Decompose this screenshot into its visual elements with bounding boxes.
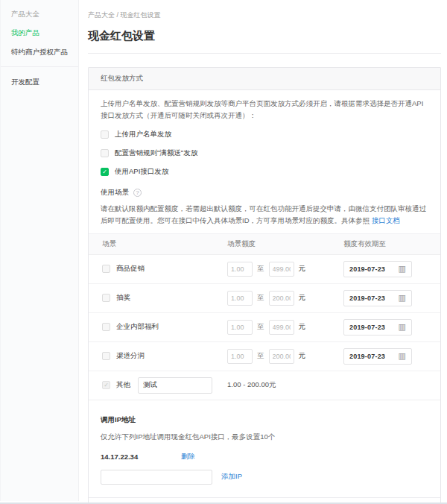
scene-label: 使用场景 — [101, 188, 129, 198]
checkbox-label: 配置营销规则"满额送"发放 — [115, 148, 197, 158]
date-value: 2019-07-23 — [349, 265, 385, 273]
to-label: 至 — [257, 351, 264, 361]
method-upload-list[interactable]: 上传用户名单发放 — [101, 130, 428, 139]
checkbox-api[interactable]: ✓ — [101, 168, 109, 176]
checkbox-marketing-rule[interactable] — [101, 149, 109, 157]
calendar-icon[interactable]: ▥ — [399, 294, 406, 302]
cash-redpacket-settings-page: 产品大全 我的产品 特约商户授权产品 开发配置 产品大全 / 现金红包设置 现金… — [0, 0, 447, 504]
checkbox-scene-welfare[interactable] — [102, 323, 110, 331]
unit-label: 元 — [299, 322, 306, 332]
date-picker[interactable]: 2019-07-23 ▥ — [343, 319, 412, 336]
date-value: 2019-07-23 — [349, 353, 385, 360]
breadcrumb[interactable]: 产品大全 / 现金红包设置 — [88, 10, 441, 20]
checkbox-scene-channel[interactable] — [102, 352, 110, 360]
table-row: 商品促销 至 元 2019-07-23 ▥ — [89, 255, 440, 283]
ip-entry-row: 14.17.22.34 删除 — [101, 452, 428, 462]
unit-label: 元 — [299, 293, 306, 303]
checkbox-scene-promo[interactable] — [102, 265, 110, 273]
method-marketing-rule[interactable]: 配置营销规则"满额送"发放 — [101, 148, 428, 158]
ip-section-description: 仅允许下列IP地址调用现金红包API接口，最多设置10个 — [101, 432, 428, 442]
scene-section-header: 使用场景 ? — [101, 188, 428, 198]
info-icon[interactable]: ? — [133, 189, 142, 197]
add-ip-link[interactable]: 添加IP — [221, 472, 242, 482]
scene-name: 抽奖 — [116, 293, 130, 303]
scene-name: 渠道分润 — [116, 351, 145, 361]
sidebar-item-authorized-products[interactable]: 特约商户授权产品 — [1, 42, 78, 61]
min-amount-input[interactable] — [227, 349, 253, 364]
unit-label: 元 — [299, 264, 306, 274]
table-row-other: ✓ 其他 1.00 - 200.00元 — [89, 371, 440, 400]
ip-address-value: 14.17.22.34 — [101, 453, 181, 461]
scene-name: 其他 — [116, 380, 130, 390]
min-amount-input[interactable] — [227, 291, 253, 306]
method-intro-text: 上传用户名单发放、配置营销规则发放等商户平台页面发放方式必须开启，请根据需求选择… — [101, 98, 428, 121]
api-doc-link[interactable]: 接口文档 — [372, 216, 400, 224]
redpacket-method-panel: 红包发放方式 上传用户名单发放、配置营销规则发放等商户平台页面发放方式必须开启，… — [88, 67, 441, 504]
scene-name: 企业内部福利 — [116, 322, 159, 332]
sidebar-item-dev-config[interactable]: 开发配置 — [1, 72, 78, 91]
max-amount-input[interactable] — [269, 320, 294, 335]
checkbox-label: 上传用户名单发放 — [115, 130, 171, 139]
calendar-icon[interactable]: ▥ — [399, 352, 406, 360]
to-label: 至 — [257, 322, 264, 332]
max-amount-input[interactable] — [269, 262, 294, 277]
panel-header: 红包发放方式 — [89, 68, 440, 90]
title-divider — [88, 53, 441, 54]
other-range-text: 1.00 - 200.00元 — [227, 380, 276, 390]
panel-body: 上传用户名单发放、配置营销规则发放等商户平台页面发放方式必须开启，请根据需求选择… — [89, 90, 440, 504]
delete-ip-link[interactable]: 删除 — [181, 452, 195, 462]
method-api[interactable]: ✓ 使用API接口发放 — [101, 167, 428, 177]
ip-section-title: 调用IP地址 — [101, 415, 428, 425]
to-label: 至 — [257, 264, 264, 274]
page-title: 现金红包设置 — [88, 29, 441, 43]
date-picker[interactable]: 2019-07-23 ▥ — [343, 348, 412, 365]
footer-divider — [89, 497, 440, 498]
sidebar: 产品大全 我的产品 特约商户授权产品 开发配置 — [0, 0, 79, 501]
sidebar-item-product-catalog[interactable]: 产品大全 — [1, 4, 78, 23]
scene-table: 场景 场景额度 额度有效期至 商品促销 至 元 — [89, 233, 440, 400]
calendar-icon[interactable]: ▥ — [399, 265, 406, 273]
scene-table-header: 场景 场景额度 额度有效期至 — [89, 233, 440, 255]
calendar-icon[interactable]: ▥ — [399, 323, 406, 331]
header-scene: 场景 — [89, 239, 227, 249]
checkbox-upload-list[interactable] — [101, 130, 109, 139]
scene-name: 商品促销 — [116, 264, 145, 274]
to-label: 至 — [257, 293, 264, 303]
date-value: 2019-07-23 — [349, 324, 385, 331]
table-row: 企业内部福利 至 元 2019-07-23 ▥ — [89, 312, 440, 341]
min-amount-input[interactable] — [227, 320, 253, 335]
table-row: 抽奖 至 元 2019-07-23 ▥ — [89, 283, 440, 312]
checkbox-scene-lottery[interactable] — [102, 294, 110, 302]
sidebar-divider — [1, 66, 78, 67]
checkbox-scene-other[interactable]: ✓ — [102, 381, 110, 389]
other-scene-input[interactable] — [138, 377, 212, 394]
max-amount-input[interactable] — [269, 291, 294, 306]
max-amount-input[interactable] — [269, 349, 294, 364]
date-picker[interactable]: 2019-07-23 ▥ — [343, 290, 412, 306]
header-quota: 场景额度 — [227, 239, 343, 249]
sidebar-item-my-products[interactable]: 我的产品 — [1, 23, 78, 42]
date-value: 2019-07-23 — [349, 294, 385, 302]
min-amount-input[interactable] — [227, 262, 253, 277]
checkbox-label: 使用API接口发放 — [115, 167, 168, 177]
date-picker[interactable]: 2019-07-23 ▥ — [343, 261, 412, 277]
new-ip-input[interactable] — [101, 470, 212, 485]
scene-description: 请在默认限额内配置额度，若需超出默认额度，可在红包功能开通后提交申请，由微信支付… — [101, 203, 428, 226]
main-content: 产品大全 / 现金红包设置 现金红包设置 红包发放方式 上传用户名单发放、配置营… — [79, 0, 447, 503]
unit-label: 元 — [299, 351, 306, 361]
table-row: 渠道分润 至 元 2019-07-23 ▥ — [89, 341, 440, 371]
header-valid-until: 额度有效期至 — [343, 239, 440, 249]
ip-add-row: 添加IP — [101, 470, 428, 485]
